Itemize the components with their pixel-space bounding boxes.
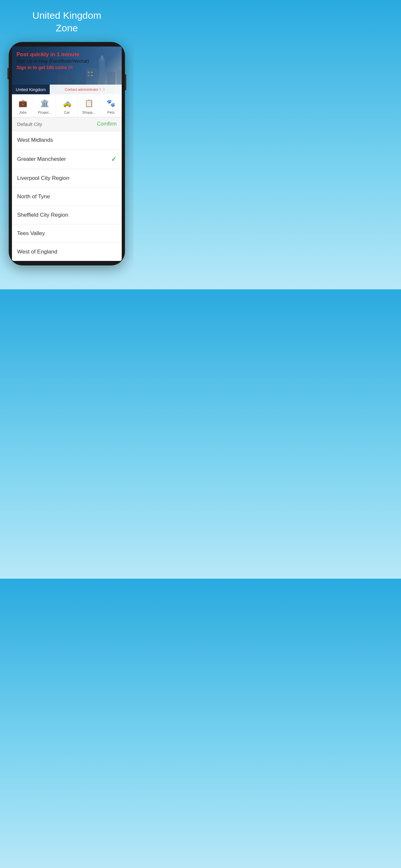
- property-icon: 🏛️: [39, 97, 51, 109]
- confirm-button[interactable]: Comfirm: [97, 121, 117, 127]
- city-item-greater-manchester[interactable]: Greater Manchester✓: [12, 150, 122, 169]
- shopping-icon: 📋: [83, 97, 95, 109]
- city-name-liverpool-city-region: Liverpool City Region: [17, 175, 69, 182]
- category-pets[interactable]: 🐾Pets: [100, 94, 122, 117]
- category-jobs[interactable]: 💼Jobs: [12, 94, 34, 117]
- banner-location-label: United Kingdom: [12, 85, 50, 94]
- city-name-west-midlands: West Midlands: [17, 137, 53, 144]
- shopping-label: Shopp...: [82, 111, 96, 114]
- pets-icon: 🐾: [105, 97, 117, 109]
- car-icon: 🚕: [61, 97, 73, 109]
- city-item-west-midlands[interactable]: West Midlands: [12, 131, 122, 150]
- jobs-label: Jobs: [19, 111, 27, 114]
- jobs-icon: 💼: [17, 97, 29, 109]
- pets-label: Pets: [107, 111, 114, 114]
- banner-text: Post quickly in 1 minute Sign Up is easy…: [12, 46, 122, 71]
- city-name-sheffield-city-region: Sheffield City Region: [17, 212, 68, 218]
- city-name-greater-manchester: Greater Manchester: [17, 156, 66, 162]
- banner-headline: Post quickly in 1 minute: [17, 51, 117, 58]
- city-item-sheffield-city-region[interactable]: Sheffield City Region: [12, 206, 122, 224]
- category-shopping[interactable]: 📋Shopp...: [78, 94, 100, 117]
- city-check-greater-manchester: ✓: [111, 155, 117, 163]
- default-city-label: Default City: [17, 121, 42, 127]
- svg-rect-10: [88, 75, 89, 76]
- category-bar: 💼Jobs🏛️Proper...🚕Car📋Shopp...🐾Pets: [12, 94, 122, 117]
- city-name-west-of-england: West of England: [17, 249, 57, 255]
- city-item-tees-valley[interactable]: Tees Valley: [12, 224, 122, 243]
- default-city-bar: Default City Comfirm: [12, 117, 122, 131]
- svg-rect-9: [91, 72, 93, 73]
- banner-subline2: Sign in to get 100 coins !!!: [17, 65, 117, 71]
- city-list: West MidlandsGreater Manchester✓Liverpoo…: [12, 131, 122, 261]
- category-property[interactable]: 🏛️Proper...: [34, 94, 56, 117]
- contact-admin-button[interactable]: Contact administrator 》》: [50, 85, 122, 94]
- phone-screen: Post quickly in 1 minute Sign Up is easy…: [12, 46, 122, 261]
- page-title: United Kingdom Zone: [26, 0, 107, 42]
- city-item-north-of-tyne[interactable]: North of Tyne: [12, 188, 122, 206]
- category-car[interactable]: 🚕Car: [56, 94, 78, 117]
- city-item-west-of-england[interactable]: West of England: [12, 243, 122, 261]
- city-name-north-of-tyne: North of Tyne: [17, 193, 50, 200]
- phone-frame: Post quickly in 1 minute Sign Up is easy…: [9, 42, 125, 266]
- property-label: Proper...: [38, 111, 52, 114]
- svg-rect-8: [88, 72, 89, 73]
- city-name-tees-valley: Tees Valley: [17, 230, 45, 237]
- banner-subline1: Sign Up is easy (FaceBook/Wechat): [17, 58, 117, 65]
- car-label: Car: [64, 111, 70, 114]
- svg-rect-11: [91, 75, 93, 76]
- city-item-liverpool-city-region[interactable]: Liverpool City Region: [12, 169, 122, 188]
- banner-footer: United Kingdom Contact administrator 》》: [12, 85, 122, 94]
- banner: Post quickly in 1 minute Sign Up is easy…: [12, 46, 122, 94]
